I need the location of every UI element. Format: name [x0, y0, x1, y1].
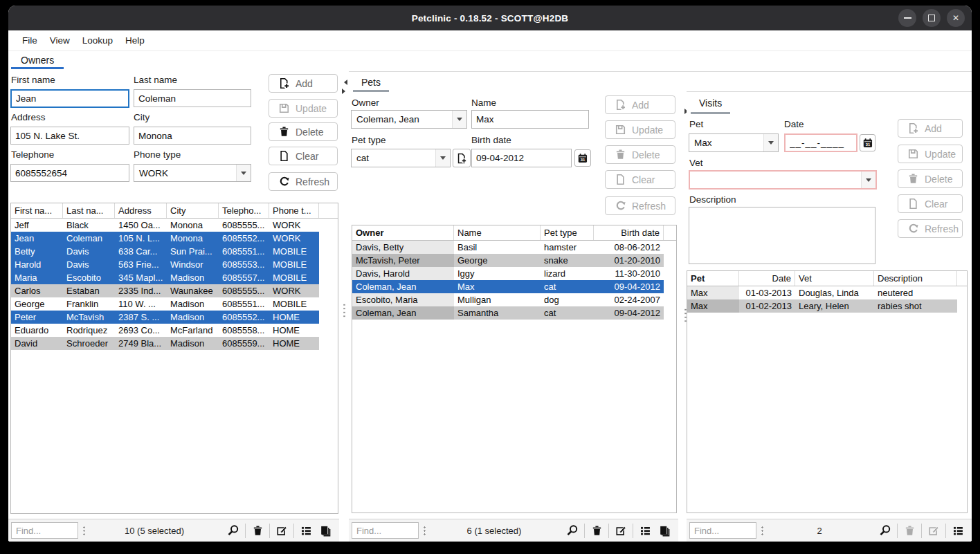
pet-type-add-button[interactable]: [453, 149, 471, 167]
table-row[interactable]: DavidSchroeder2749 Bla...Madison6085559.…: [11, 337, 319, 350]
column-header[interactable]: Telepho...: [219, 203, 269, 218]
table-row[interactable]: McTavish, PeterGeorgesnake01-20-2010: [352, 254, 664, 267]
visits-refresh-button[interactable]: Refresh: [898, 219, 963, 238]
pets-edit-tool-button[interactable]: [611, 521, 630, 539]
splitter-expand-right-icon[interactable]: [342, 89, 348, 94]
pets-refresh-button[interactable]: Refresh: [605, 196, 675, 215]
column-header[interactable]: Birth date: [594, 225, 664, 240]
menu-lookup[interactable]: Lookup: [76, 35, 119, 46]
owners-delete-button[interactable]: Delete: [269, 122, 338, 141]
table-row[interactable]: Max01-03-2013Douglas, Lindaneutered: [687, 286, 957, 299]
table-row[interactable]: Davis, BettyBasilhamster08-06-2012: [352, 241, 664, 254]
tab-visits[interactable]: Visits: [691, 92, 730, 114]
owners-list-tool-button[interactable]: [296, 521, 316, 539]
menu-view[interactable]: View: [44, 35, 76, 46]
owners-delete-tool-button[interactable]: [248, 521, 267, 539]
pets-list-tool-button[interactable]: [635, 521, 655, 539]
table-row[interactable]: GeorgeFranklin110 W. ...Madison6085551..…: [11, 297, 319, 311]
visit-date-input[interactable]: [784, 133, 858, 152]
visits-row-count: 2: [763, 526, 875, 536]
visits-find-input[interactable]: [689, 522, 756, 539]
pets-search-button[interactable]: [563, 521, 582, 539]
column-header[interactable]: First na...: [11, 203, 63, 218]
visits-clear-button[interactable]: Clear: [898, 194, 963, 213]
table-row[interactable]: BettyDavis638 Car...Sun Prai...6085551..…: [11, 245, 319, 258]
column-header[interactable]: Phone t...: [269, 203, 319, 218]
table-row[interactable]: Max01-02-2013Leary, Helenrabies shot: [687, 299, 957, 313]
visit-pet-combo[interactable]: Max: [689, 133, 779, 152]
visits-delete-button[interactable]: Delete: [898, 169, 963, 188]
visits-list-tool-button[interactable]: [948, 521, 968, 539]
visits-edit-tool-button[interactable]: [924, 521, 943, 539]
owners-clear-button[interactable]: Clear: [269, 147, 338, 165]
owners-edit-tool-button[interactable]: [272, 521, 291, 539]
tab-owners[interactable]: Owners: [11, 51, 64, 69]
column-header[interactable]: Owner: [352, 225, 454, 240]
phone-type-combo[interactable]: WORK: [134, 164, 251, 182]
column-header[interactable]: Date: [739, 271, 795, 286]
pets-update-button[interactable]: Update: [605, 120, 675, 139]
pet-name-input[interactable]: [471, 110, 589, 129]
close-button[interactable]: ✕: [947, 9, 965, 27]
owners-refresh-button[interactable]: Refresh: [269, 172, 338, 191]
pets-delete-button[interactable]: Delete: [605, 145, 675, 164]
column-header[interactable]: Address: [115, 203, 167, 218]
visits-delete-tool-button[interactable]: [900, 521, 919, 539]
table-row[interactable]: HaroldDavis563 Frie...Windsor6085553...M…: [11, 258, 319, 271]
visit-date-calendar-button[interactable]: [860, 134, 875, 151]
table-row[interactable]: Coleman, JeanSamanthacat09-04-2012: [352, 306, 664, 320]
visit-description-textarea[interactable]: [689, 207, 875, 264]
table-row[interactable]: PeterMcTavish2387 S. ...Madison6085552..…: [11, 311, 319, 324]
table-row[interactable]: Escobito, MariaMulligandog02-24-2007: [352, 293, 664, 306]
list-icon: [952, 525, 964, 537]
pets-delete-tool-button[interactable]: [587, 521, 606, 539]
visits-table[interactable]: PetDateVetDescriptionMax01-03-2013Dougla…: [687, 270, 968, 513]
column-header[interactable]: Name: [454, 225, 541, 240]
city-input[interactable]: [134, 127, 251, 145]
table-row[interactable]: EduardoRodriquez2693 Co...McFarland60855…: [11, 324, 319, 337]
visit-vet-combo[interactable]: [689, 170, 877, 190]
owners-search-button[interactable]: [224, 521, 243, 539]
column-header[interactable]: Last na...: [63, 203, 115, 218]
pet-type-combo[interactable]: cat: [351, 149, 451, 167]
table-row[interactable]: Davis, HaroldIggylizard11-30-2010: [352, 267, 664, 280]
column-header[interactable]: Vet: [795, 271, 874, 286]
last-name-input[interactable]: [134, 89, 251, 107]
table-row[interactable]: MariaEscobito345 Mapl...Madison6085557..…: [11, 271, 319, 284]
splitter-grip[interactable]: [343, 303, 345, 318]
visits-add-button[interactable]: Add: [898, 119, 963, 138]
address-input[interactable]: [10, 127, 129, 145]
menu-file[interactable]: File: [16, 35, 44, 46]
tab-pets[interactable]: Pets: [353, 72, 389, 92]
telephone-input[interactable]: [10, 164, 129, 182]
table-row[interactable]: CarlosEstaban2335 Ind...Waunakee6085555.…: [11, 284, 319, 297]
pets-row-count: 6 (1 selected): [426, 526, 563, 536]
pets-find-input[interactable]: [352, 522, 419, 539]
maximize-button[interactable]: [923, 9, 941, 27]
column-header[interactable]: Pet: [687, 271, 739, 286]
minimize-button[interactable]: [898, 9, 916, 27]
visits-search-button[interactable]: [875, 521, 895, 539]
table-row[interactable]: Coleman, JeanMaxcat09-04-2012: [352, 280, 664, 293]
splitter-collapse-left-icon[interactable]: [341, 80, 347, 85]
birth-date-calendar-button[interactable]: [574, 149, 591, 167]
pet-owner-combo[interactable]: Coleman, Jean: [351, 110, 467, 129]
owners-copy-tool-button[interactable]: [316, 521, 335, 539]
table-row[interactable]: JeffBlack1450 Oa...Monona6085555...WORK: [11, 219, 319, 232]
owners-table[interactable]: First na...Last na...AddressCityTelepho.…: [10, 203, 338, 514]
owners-add-button[interactable]: Add: [269, 74, 338, 93]
owners-find-input[interactable]: [11, 522, 78, 539]
pets-copy-tool-button[interactable]: [655, 521, 674, 539]
pets-add-button[interactable]: Add: [605, 95, 675, 114]
owners-update-button[interactable]: Update: [269, 99, 338, 118]
pets-table[interactable]: OwnerNamePet typeBirth dateDavis, BettyB…: [352, 225, 677, 513]
first-name-input[interactable]: [10, 89, 129, 108]
menu-help[interactable]: Help: [119, 35, 151, 46]
visits-update-button[interactable]: Update: [898, 145, 963, 163]
pets-clear-button[interactable]: Clear: [605, 170, 675, 189]
column-header[interactable]: Description: [874, 271, 957, 286]
birth-date-input[interactable]: [471, 149, 572, 167]
table-row[interactable]: JeanColeman105 N. L...Monona6085552...WO…: [11, 232, 319, 245]
column-header[interactable]: City: [167, 203, 219, 218]
column-header[interactable]: Pet type: [541, 225, 594, 240]
